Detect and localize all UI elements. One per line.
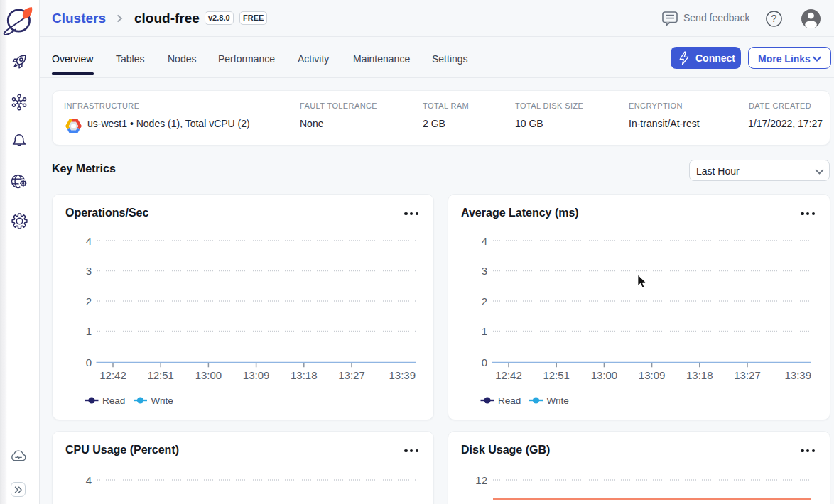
svg-text:13:18: 13:18: [686, 369, 713, 381]
svg-text:13:09: 13:09: [243, 369, 270, 381]
svg-text:12: 12: [475, 474, 487, 486]
svg-text:13:39: 13:39: [389, 369, 416, 381]
svg-text:1: 1: [482, 325, 487, 337]
svg-text:3: 3: [482, 265, 487, 277]
svg-text:12:51: 12:51: [147, 369, 174, 381]
svg-text:2: 2: [482, 295, 487, 307]
svg-text:4: 4: [86, 474, 92, 486]
svg-text:2: 2: [86, 295, 92, 307]
svg-text:12:51: 12:51: [543, 369, 570, 381]
svg-text:Read: Read: [102, 395, 125, 406]
svg-text:3: 3: [86, 265, 92, 277]
svg-text:Read: Read: [498, 395, 521, 406]
svg-text:12:42: 12:42: [495, 369, 522, 381]
svg-text:13:09: 13:09: [639, 369, 666, 381]
svg-text:Write: Write: [547, 395, 569, 406]
svg-text:4: 4: [86, 235, 92, 247]
svg-text:13:27: 13:27: [734, 369, 761, 381]
svg-text:13:27: 13:27: [338, 369, 365, 381]
svg-text:Write: Write: [151, 395, 173, 406]
svg-text:13:39: 13:39: [784, 369, 811, 381]
svg-text:?: ?: [771, 13, 777, 24]
svg-text:13:18: 13:18: [291, 369, 318, 381]
svg-text:12:42: 12:42: [99, 369, 126, 381]
svg-text:0: 0: [482, 356, 487, 368]
svg-text:13:00: 13:00: [591, 369, 618, 381]
svg-text:1: 1: [86, 325, 92, 337]
svg-text:13:00: 13:00: [195, 369, 222, 381]
svg-text:0: 0: [86, 356, 92, 368]
svg-text:4: 4: [482, 235, 487, 247]
